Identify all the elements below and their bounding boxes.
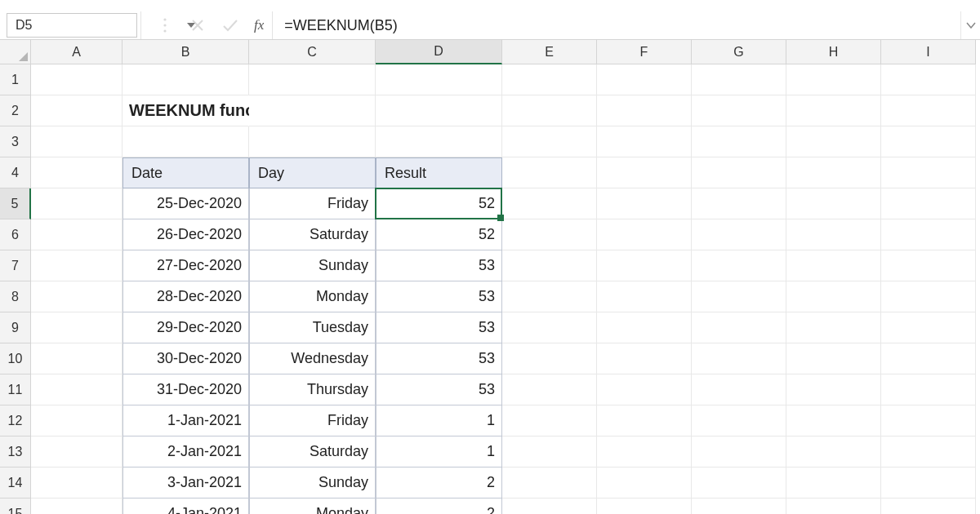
cell[interactable] (376, 95, 502, 126)
cell[interactable] (31, 219, 122, 250)
table-cell-day[interactable]: Sunday (249, 467, 376, 498)
table-cell-day[interactable]: Sunday (249, 250, 376, 281)
table-cell-result[interactable]: 52 (376, 219, 502, 250)
cell[interactable] (502, 436, 597, 467)
table-cell-result[interactable]: 53 (376, 343, 502, 374)
cell[interactable] (31, 95, 122, 126)
cell[interactable] (881, 467, 976, 498)
cell[interactable] (597, 95, 692, 126)
cell[interactable] (31, 312, 122, 343)
cell[interactable] (502, 219, 597, 250)
cell[interactable] (692, 188, 786, 219)
cell[interactable] (597, 374, 692, 405)
table-cell-date[interactable]: 1-Jan-2021 (122, 405, 249, 436)
cell[interactable] (502, 312, 597, 343)
cell[interactable] (502, 157, 597, 188)
table-cell-date[interactable]: 29-Dec-2020 (122, 312, 249, 343)
cell[interactable] (881, 498, 976, 514)
table-cell-day[interactable]: Friday (249, 405, 376, 436)
cell[interactable] (881, 343, 976, 374)
cell[interactable] (692, 64, 786, 95)
row-header[interactable]: 10 (0, 343, 31, 374)
row-header[interactable]: 6 (0, 219, 31, 250)
cell[interactable] (692, 250, 786, 281)
cell[interactable] (597, 343, 692, 374)
table-cell-result[interactable]: 53 (376, 312, 502, 343)
cell[interactable] (692, 374, 786, 405)
column-header[interactable]: B (122, 40, 249, 64)
cell[interactable] (786, 405, 881, 436)
cell[interactable] (881, 281, 976, 312)
cells-area[interactable]: WEEKNUM function Date Day Result (31, 64, 976, 514)
row-header[interactable]: 5 (0, 188, 31, 219)
table-cell-date[interactable]: 26-Dec-2020 (122, 219, 249, 250)
column-header[interactable]: G (692, 40, 786, 64)
cell[interactable] (31, 157, 122, 188)
name-box[interactable] (7, 13, 137, 38)
table-cell-result[interactable]: 52 (376, 188, 502, 219)
cell[interactable] (786, 157, 881, 188)
cell[interactable] (786, 95, 881, 126)
cell[interactable] (122, 126, 249, 157)
cell[interactable] (31, 436, 122, 467)
cell[interactable] (31, 374, 122, 405)
column-header[interactable]: A (31, 40, 122, 64)
cell[interactable] (881, 188, 976, 219)
row-header[interactable]: 15 (0, 498, 31, 514)
cell[interactable] (597, 498, 692, 514)
cell[interactable] (502, 374, 597, 405)
cell[interactable] (31, 467, 122, 498)
table-cell-day[interactable]: Thursday (249, 374, 376, 405)
table-cell-day[interactable]: Monday (249, 498, 376, 514)
cell[interactable] (122, 64, 249, 95)
column-header[interactable]: D (376, 40, 502, 64)
cell[interactable] (597, 312, 692, 343)
table-cell-result[interactable]: 1 (376, 405, 502, 436)
cell[interactable] (597, 157, 692, 188)
row-header[interactable]: 11 (0, 374, 31, 405)
cell[interactable] (502, 95, 597, 126)
cancel-icon[interactable] (189, 16, 207, 34)
cell[interactable] (881, 374, 976, 405)
cell[interactable] (31, 281, 122, 312)
table-cell-date[interactable]: 2-Jan-2021 (122, 436, 249, 467)
cell[interactable] (31, 343, 122, 374)
row-header[interactable]: 14 (0, 467, 31, 498)
cell[interactable] (502, 405, 597, 436)
column-header[interactable]: I (881, 40, 976, 64)
cell[interactable] (692, 343, 786, 374)
table-cell-day[interactable]: Saturday (249, 219, 376, 250)
cell[interactable] (31, 250, 122, 281)
formula-bar-expand-icon[interactable] (960, 11, 980, 39)
row-header[interactable]: 12 (0, 405, 31, 436)
table-cell-date[interactable]: 25-Dec-2020 (122, 188, 249, 219)
cell[interactable] (692, 126, 786, 157)
cell[interactable] (597, 64, 692, 95)
cell[interactable] (881, 157, 976, 188)
cell[interactable] (597, 467, 692, 498)
cell[interactable] (786, 281, 881, 312)
cell[interactable] (502, 126, 597, 157)
cell[interactable] (786, 374, 881, 405)
cell[interactable] (31, 64, 122, 95)
table-cell-date[interactable]: 28-Dec-2020 (122, 281, 249, 312)
table-cell-result[interactable]: 53 (376, 281, 502, 312)
cell[interactable] (376, 126, 502, 157)
row-header[interactable]: 8 (0, 281, 31, 312)
cell[interactable] (502, 250, 597, 281)
column-header[interactable]: F (597, 40, 692, 64)
table-cell-result[interactable]: 53 (376, 250, 502, 281)
cell[interactable] (692, 436, 786, 467)
cell[interactable] (376, 64, 502, 95)
cell[interactable] (502, 343, 597, 374)
spreadsheet-grid[interactable]: A B C D E F G H I 1 2 3 4 5 6 7 8 9 10 1… (0, 40, 980, 514)
cell[interactable] (692, 219, 786, 250)
cell[interactable] (597, 436, 692, 467)
row-header[interactable]: 9 (0, 312, 31, 343)
row-header[interactable]: 13 (0, 436, 31, 467)
column-header[interactable]: C (249, 40, 376, 64)
table-cell-day[interactable]: Saturday (249, 436, 376, 467)
cell[interactable] (881, 219, 976, 250)
cell[interactable] (881, 312, 976, 343)
cell[interactable] (786, 312, 881, 343)
